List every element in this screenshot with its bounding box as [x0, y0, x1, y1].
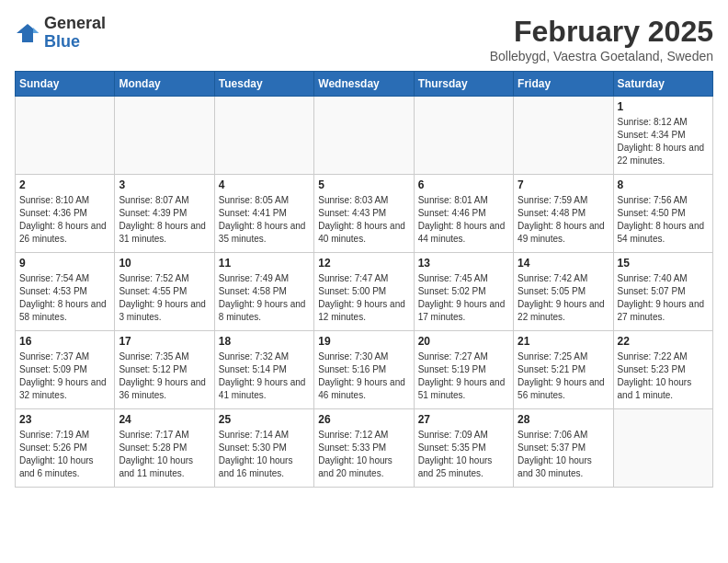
day-info: Sunrise: 7:12 AMSunset: 5:33 PMDaylight:…: [318, 429, 409, 480]
logo-text: General Blue: [44, 15, 106, 52]
day-info: Sunrise: 8:05 AMSunset: 4:41 PMDaylight:…: [219, 194, 310, 246]
calendar-day: 16Sunrise: 7:37 AMSunset: 5:09 PMDayligh…: [16, 331, 115, 409]
calendar: SundayMondayTuesdayWednesdayThursdayFrid…: [15, 71, 713, 488]
day-info: Sunrise: 8:10 AMSunset: 4:36 PMDaylight:…: [19, 194, 110, 246]
day-info: Sunrise: 7:35 AMSunset: 5:12 PMDaylight:…: [119, 350, 210, 402]
day-info: Sunrise: 7:27 AMSunset: 5:19 PMDaylight:…: [418, 350, 509, 402]
day-number: 1: [618, 100, 709, 113]
calendar-day: [514, 97, 613, 175]
day-info: Sunrise: 7:52 AMSunset: 4:55 PMDaylight:…: [119, 272, 210, 324]
day-number: 2: [19, 178, 110, 191]
day-number: 8: [618, 178, 709, 191]
calendar-day: 13Sunrise: 7:45 AMSunset: 5:02 PMDayligh…: [414, 253, 513, 331]
day-number: 3: [119, 178, 210, 191]
day-number: 9: [19, 257, 110, 270]
calendar-week-2: 2Sunrise: 8:10 AMSunset: 4:36 PMDaylight…: [16, 175, 713, 253]
calendar-day: [16, 97, 115, 175]
day-info: Sunrise: 7:32 AMSunset: 5:14 PMDaylight:…: [219, 350, 310, 402]
location-title: Bollebygd, Vaestra Goetaland, Sweden: [490, 49, 713, 63]
day-number: 25: [219, 413, 310, 426]
day-info: Sunrise: 7:17 AMSunset: 5:28 PMDaylight:…: [119, 429, 210, 480]
day-number: 24: [119, 413, 210, 426]
calendar-day: 26Sunrise: 7:12 AMSunset: 5:33 PMDayligh…: [314, 409, 414, 488]
calendar-day: 6Sunrise: 8:01 AMSunset: 4:46 PMDaylight…: [414, 175, 513, 253]
calendar-header-row: SundayMondayTuesdayWednesdayThursdayFrid…: [16, 72, 713, 97]
calendar-day: 4Sunrise: 8:05 AMSunset: 4:41 PMDaylight…: [214, 175, 313, 253]
month-title: February 2025: [490, 15, 713, 49]
day-number: 27: [418, 413, 509, 426]
day-number: 17: [119, 335, 210, 348]
day-number: 21: [518, 335, 609, 348]
day-number: 23: [19, 413, 110, 426]
calendar-day: [613, 409, 712, 488]
day-number: 5: [318, 178, 409, 191]
day-number: 15: [618, 257, 709, 270]
day-number: 7: [518, 178, 609, 191]
logo-general: General: [44, 14, 106, 32]
calendar-day: 28Sunrise: 7:06 AMSunset: 5:37 PMDayligh…: [514, 409, 613, 488]
day-info: Sunrise: 7:42 AMSunset: 5:05 PMDaylight:…: [518, 272, 609, 324]
day-info: Sunrise: 7:45 AMSunset: 5:02 PMDaylight:…: [418, 272, 509, 324]
day-info: Sunrise: 7:30 AMSunset: 5:16 PMDaylight:…: [318, 350, 409, 402]
calendar-day: [214, 97, 313, 175]
day-info: Sunrise: 7:49 AMSunset: 4:58 PMDaylight:…: [219, 272, 310, 324]
day-number: 11: [219, 257, 310, 270]
calendar-day: 25Sunrise: 7:14 AMSunset: 5:30 PMDayligh…: [214, 409, 313, 488]
weekday-header-friday: Friday: [514, 72, 613, 97]
calendar-day: 18Sunrise: 7:32 AMSunset: 5:14 PMDayligh…: [214, 331, 313, 409]
day-info: Sunrise: 8:03 AMSunset: 4:43 PMDaylight:…: [318, 194, 409, 246]
calendar-day: 14Sunrise: 7:42 AMSunset: 5:05 PMDayligh…: [514, 253, 613, 331]
calendar-day: 20Sunrise: 7:27 AMSunset: 5:19 PMDayligh…: [414, 331, 513, 409]
day-number: 18: [219, 335, 310, 348]
calendar-day: 1Sunrise: 8:12 AMSunset: 4:34 PMDaylight…: [613, 97, 712, 175]
day-info: Sunrise: 7:37 AMSunset: 5:09 PMDaylight:…: [19, 350, 110, 402]
day-info: Sunrise: 8:07 AMSunset: 4:39 PMDaylight:…: [119, 194, 210, 246]
calendar-day: 23Sunrise: 7:19 AMSunset: 5:26 PMDayligh…: [16, 409, 115, 488]
calendar-day: [115, 97, 214, 175]
calendar-day: [414, 97, 513, 175]
calendar-week-4: 16Sunrise: 7:37 AMSunset: 5:09 PMDayligh…: [16, 331, 713, 409]
weekday-header-monday: Monday: [115, 72, 214, 97]
day-number: 14: [518, 257, 609, 270]
weekday-header-wednesday: Wednesday: [314, 72, 414, 97]
calendar-day: 17Sunrise: 7:35 AMSunset: 5:12 PMDayligh…: [115, 331, 214, 409]
day-info: Sunrise: 7:59 AMSunset: 4:48 PMDaylight:…: [518, 194, 609, 246]
day-info: Sunrise: 7:56 AMSunset: 4:50 PMDaylight:…: [618, 194, 709, 246]
calendar-day: 21Sunrise: 7:25 AMSunset: 5:21 PMDayligh…: [514, 331, 613, 409]
calendar-day: 3Sunrise: 8:07 AMSunset: 4:39 PMDaylight…: [115, 175, 214, 253]
calendar-day: 5Sunrise: 8:03 AMSunset: 4:43 PMDaylight…: [314, 175, 414, 253]
day-info: Sunrise: 7:19 AMSunset: 5:26 PMDaylight:…: [19, 429, 110, 480]
calendar-day: 7Sunrise: 7:59 AMSunset: 4:48 PMDaylight…: [514, 175, 613, 253]
day-number: 12: [318, 257, 409, 270]
day-info: Sunrise: 7:14 AMSunset: 5:30 PMDaylight:…: [219, 429, 310, 480]
weekday-header-thursday: Thursday: [414, 72, 513, 97]
day-info: Sunrise: 8:01 AMSunset: 4:46 PMDaylight:…: [418, 194, 509, 246]
day-info: Sunrise: 7:40 AMSunset: 5:07 PMDaylight:…: [618, 272, 709, 324]
logo: General Blue: [15, 15, 106, 52]
day-number: 10: [119, 257, 210, 270]
calendar-day: 9Sunrise: 7:54 AMSunset: 4:53 PMDaylight…: [16, 253, 115, 331]
day-info: Sunrise: 7:25 AMSunset: 5:21 PMDaylight:…: [518, 350, 609, 402]
calendar-day: 11Sunrise: 7:49 AMSunset: 4:58 PMDayligh…: [214, 253, 313, 331]
calendar-day: 10Sunrise: 7:52 AMSunset: 4:55 PMDayligh…: [115, 253, 214, 331]
header: General Blue February 2025 Bollebygd, Va…: [15, 15, 713, 63]
day-number: 6: [418, 178, 509, 191]
day-info: Sunrise: 7:09 AMSunset: 5:35 PMDaylight:…: [418, 429, 509, 480]
day-number: 4: [219, 178, 310, 191]
day-number: 13: [418, 257, 509, 270]
calendar-day: [314, 97, 414, 175]
calendar-day: 12Sunrise: 7:47 AMSunset: 5:00 PMDayligh…: [314, 253, 414, 331]
title-area: February 2025 Bollebygd, Vaestra Goetala…: [490, 15, 713, 63]
calendar-week-1: 1Sunrise: 8:12 AMSunset: 4:34 PMDaylight…: [16, 97, 713, 175]
calendar-day: 27Sunrise: 7:09 AMSunset: 5:35 PMDayligh…: [414, 409, 513, 488]
day-info: Sunrise: 7:47 AMSunset: 5:00 PMDaylight:…: [318, 272, 409, 324]
day-info: Sunrise: 7:22 AMSunset: 5:23 PMDaylight:…: [618, 350, 709, 402]
day-number: 22: [618, 335, 709, 348]
day-info: Sunrise: 8:12 AMSunset: 4:34 PMDaylight:…: [618, 116, 709, 167]
svg-marker-1: [33, 28, 39, 33]
calendar-day: 15Sunrise: 7:40 AMSunset: 5:07 PMDayligh…: [613, 253, 712, 331]
day-number: 26: [318, 413, 409, 426]
calendar-week-5: 23Sunrise: 7:19 AMSunset: 5:26 PMDayligh…: [16, 409, 713, 488]
day-number: 28: [518, 413, 609, 426]
logo-blue: Blue: [44, 32, 80, 51]
